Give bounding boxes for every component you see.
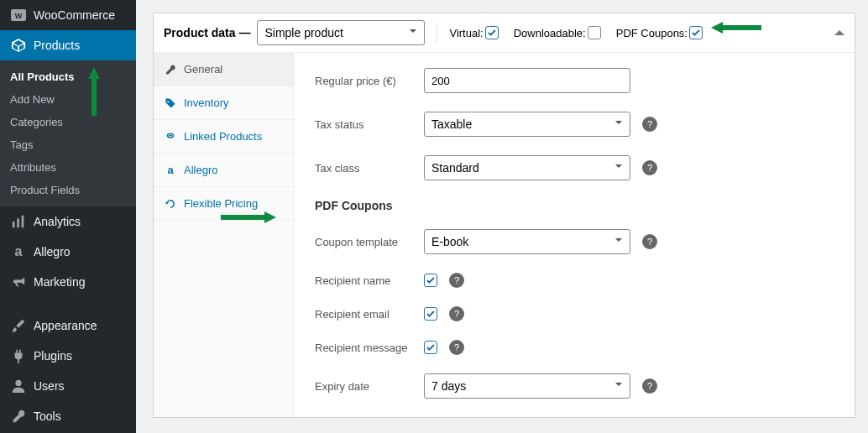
sidebar-label: Plugins [34,349,72,363]
tag-icon [164,97,177,109]
sidebar-analytics[interactable]: Analytics [0,206,136,237]
sidebar-marketing[interactable]: Marketing [0,267,136,297]
tab-label: Inventory [184,97,228,109]
sidebar-sub-categories[interactable]: Categories [0,111,136,133]
woocommerce-icon: W [10,7,27,23]
tax-status-label: Tax status [315,118,424,131]
wrench-icon [10,408,27,425]
regular-price-input[interactable] [424,68,630,93]
sidebar-label: Allegro [34,245,71,258]
sidebar-products-submenu: All Products Add New Categories Tags Att… [0,60,136,206]
user-icon [10,378,27,394]
sidebar-products[interactable]: Products [0,30,136,60]
help-icon[interactable]: ? [449,340,464,355]
plug-icon [10,347,27,364]
tab-linked-products[interactable]: Linked Products [154,120,294,154]
tab-label: General [184,63,222,76]
downloadable-checkbox[interactable] [588,26,601,39]
coupon-template-label: Coupon template [315,236,424,248]
sidebar-sub-add-new[interactable]: Add New [0,88,136,111]
wrench-icon [164,64,177,76]
archive-icon [10,37,27,54]
tax-class-select[interactable]: Standard [424,155,630,180]
tab-label: Flexible Pricing [184,197,258,210]
tax-class-label: Tax class [315,162,424,175]
tab-allegro[interactable]: a Allegro [154,154,294,187]
admin-sidebar: W WooCommerce Products All Products Add … [0,0,136,433]
recipient-name-checkbox[interactable] [424,274,437,287]
sidebar-appearance[interactable]: Appearance [0,310,136,341]
sidebar-sub-attributes[interactable]: Attributes [0,156,136,179]
coupon-template-select[interactable]: E-book [424,229,630,254]
sidebar-tools[interactable]: Tools [0,401,136,431]
pdf-coupons-label: PDF Coupons: [616,27,688,39]
main-area: Product data — Simple product Virtual: D… [136,0,868,433]
virtual-checkbox[interactable] [485,26,499,39]
tab-flexible-pricing[interactable]: Flexible Pricing [154,187,294,221]
svg-rect-4 [22,216,24,227]
sidebar-label: Tools [34,410,61,423]
sidebar-sub-all-products[interactable]: All Products [0,65,136,88]
sidebar-allegro[interactable]: a Allegro [0,237,136,267]
tab-label: Linked Products [184,130,262,143]
panel-body: General Inventory Linked Products a [154,53,855,417]
megaphone-icon [10,274,27,290]
sidebar-users[interactable]: Users [0,371,136,401]
help-icon[interactable]: ? [642,160,657,175]
sidebar-label: WooCommerce [34,8,115,22]
recipient-message-label: Recipient message [315,342,424,354]
sidebar-label: Marketing [34,275,85,289]
help-icon[interactable]: ? [449,306,464,321]
product-data-panel: Product data — Simple product Virtual: D… [153,13,855,418]
sidebar-label: Analytics [34,215,81,228]
svg-rect-2 [13,222,15,227]
letter-a-icon: a [164,164,177,176]
divider [437,23,437,43]
sidebar-label: Users [34,379,65,393]
link-icon [164,131,177,143]
svg-point-5 [15,380,21,386]
tab-inventory[interactable]: Inventory [154,86,294,120]
virtual-label: Virtual: [449,27,483,39]
sidebar-sub-tags[interactable]: Tags [0,133,136,156]
regular-price-label: Regular price (€) [315,75,424,87]
sidebar-label: Products [34,39,80,52]
letter-a-icon: a [10,243,27,260]
general-tab-content: Regular price (€) Tax status Taxable ? T… [295,53,855,417]
tab-label: Allegro [184,164,217,176]
sidebar-woocommerce[interactable]: W WooCommerce [0,0,136,30]
recipient-message-checkbox[interactable] [424,341,437,354]
product-tabs: General Inventory Linked Products a [154,53,295,417]
downloadable-label: Downloadable: [514,27,586,39]
help-icon[interactable]: ? [449,273,464,288]
sidebar-plugins[interactable]: Plugins [0,341,136,371]
chart-icon [10,213,27,230]
svg-text:W: W [15,12,23,20]
pdf-coupons-heading: PDF Coupons [315,199,838,212]
recipient-email-checkbox[interactable] [424,307,437,321]
recipient-email-label: Recipient email [315,308,424,321]
help-icon[interactable]: ? [642,117,657,132]
panel-title: Product data — [164,26,250,39]
tax-status-select[interactable]: Taxable [424,112,630,137]
help-icon[interactable]: ? [642,378,657,394]
expiry-date-select[interactable]: 7 days [424,373,630,399]
refresh-icon [164,198,177,210]
brush-icon [10,317,27,334]
help-icon[interactable]: ? [642,234,657,249]
pdf-coupons-checkbox[interactable] [689,26,703,39]
recipient-name-label: Recipient name [315,274,424,287]
svg-rect-3 [17,218,19,227]
tab-general[interactable]: General [154,53,294,86]
product-type-select[interactable]: Simple product [257,20,425,45]
collapse-toggle-icon[interactable] [834,30,844,35]
sidebar-sub-product-fields[interactable]: Product Fields [0,179,136,201]
expiry-date-label: Expiry date [315,380,424,393]
sidebar-label: Appearance [34,319,97,332]
panel-header: Product data — Simple product Virtual: D… [154,13,855,53]
